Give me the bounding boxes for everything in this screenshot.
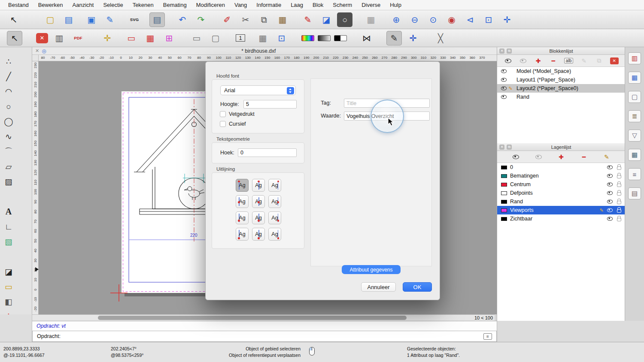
layer-visibility-icon[interactable] (607, 166, 613, 169)
panel-sheets-icon[interactable]: ▢ (628, 91, 641, 103)
viewport-grid-icon[interactable]: ▦ (143, 31, 158, 45)
panel-filter-icon[interactable]: ▽ (628, 130, 641, 142)
alignment-option[interactable]: Ag (236, 179, 249, 192)
layer-lock-icon[interactable] (617, 201, 621, 204)
save-icon[interactable]: ▣ (84, 12, 99, 27)
block-visibility-icon[interactable] (501, 78, 507, 82)
menu-item[interactable]: Laag (286, 2, 308, 8)
attribute-data-button[interactable]: Attribuut gegevens (342, 265, 401, 274)
menu-item[interactable]: Modificeren (191, 2, 230, 8)
rounded-rect-icon[interactable]: ▢ (208, 31, 223, 45)
ellipse-tool-icon[interactable]: ◯ (1, 115, 16, 129)
spacer[interactable] (1, 190, 16, 204)
menu-item[interactable]: Diverse (357, 2, 385, 8)
angle-input[interactable] (238, 148, 297, 157)
image-tool-icon[interactable]: ▧ (1, 235, 16, 249)
new-document-icon[interactable]: ▢ (43, 12, 58, 27)
panel-blocklist-icon[interactable]: ≣ (628, 110, 641, 122)
print-icon[interactable]: ▥ (52, 31, 67, 45)
show-block-icon[interactable] (504, 57, 512, 65)
layer-lock-icon[interactable] (617, 184, 621, 187)
italic-checkbox[interactable] (220, 121, 226, 127)
panel-properties-icon[interactable]: ▥ (628, 52, 641, 64)
scrollbar-thumb[interactable] (98, 316, 407, 320)
layer-visibility-icon[interactable] (607, 208, 613, 212)
solid-fill-tool-icon[interactable]: ◪ (1, 265, 16, 279)
menu-item[interactable]: Vang (230, 2, 252, 8)
measure-tool-icon[interactable]: ▭ (1, 280, 16, 294)
alignment-option[interactable]: Ag (268, 195, 281, 208)
ellipse-mode-icon[interactable]: ○ (337, 12, 352, 27)
viewport-rect-icon[interactable]: ▭ (124, 31, 139, 45)
wipeout-pen-icon[interactable]: ✐ (219, 12, 235, 27)
zoom-window-icon[interactable]: ⊡ (481, 12, 496, 27)
grid-dots-icon[interactable]: ▦ (363, 12, 379, 27)
panel-detach-icon[interactable]: ⧉ (507, 145, 512, 150)
blackwhite-bar-icon[interactable] (334, 35, 347, 41)
zoom-out-icon[interactable]: ⊖ (407, 12, 422, 27)
block-list-item[interactable]: ✎ Rand (497, 93, 625, 101)
alignment-option[interactable]: Ag (252, 179, 265, 192)
block-list-item[interactable]: ✎ Model (*Model_Space) (497, 67, 625, 75)
shape-lib-tool-icon[interactable]: ◧ (1, 295, 16, 309)
cancel-button[interactable]: Annuleer (361, 282, 396, 292)
add-layer-icon[interactable]: ✚ (557, 153, 565, 161)
alignment-option[interactable]: Ag (268, 228, 281, 241)
remove-block-icon[interactable]: ━ (549, 57, 558, 65)
color-bar-icon[interactable] (301, 35, 314, 41)
page-number-icon[interactable]: 1 (233, 31, 248, 45)
bold-checkbox[interactable] (220, 111, 226, 117)
duplicate-block-icon[interactable]: ⧉ (595, 57, 604, 65)
block-list-item[interactable]: ✎ Layout1 (*Paper_Space) (497, 75, 625, 84)
zoom-auto-icon[interactable]: ⊙ (425, 12, 441, 27)
dropdown-stepper-icon[interactable] (287, 87, 294, 94)
block-visibility-icon[interactable] (501, 87, 507, 90)
arc-tool-icon[interactable]: ◠ (1, 84, 16, 99)
menu-item[interactable]: Informatie (252, 2, 286, 8)
menu-item[interactable]: Aanzicht (68, 2, 99, 8)
layer-list-item[interactable]: Viewports ✎ (497, 206, 625, 214)
line-tool-icon[interactable]: ╱ (1, 69, 16, 84)
hide-layer-icon[interactable] (534, 153, 543, 161)
dimension-tool-icon[interactable]: ∟ (1, 220, 16, 234)
pan-icon[interactable]: ✛ (499, 12, 515, 27)
block-visibility-icon[interactable] (501, 95, 507, 99)
panel-close-icon[interactable]: ✕ (499, 48, 504, 54)
menu-item[interactable]: Hulp (385, 2, 406, 8)
layer-list-item[interactable]: Defpoints ✎ (497, 189, 625, 197)
add-point-icon[interactable]: ✛ (405, 31, 421, 45)
spline-tool-icon[interactable]: ∿ (1, 130, 16, 144)
layer-visibility-icon[interactable] (607, 217, 613, 221)
edit-block-icon[interactable]: ✎ (580, 57, 588, 65)
panel-library-icon[interactable]: ▦ (628, 72, 641, 84)
italic-option[interactable]: Cursief (220, 121, 246, 127)
text-tool-icon[interactable]: A (1, 205, 16, 219)
point-tool-icon[interactable]: ∴ (1, 54, 16, 69)
zoom-in-icon[interactable]: ⊕ (389, 12, 404, 27)
alignment-option[interactable]: Ag (252, 228, 265, 241)
copy-icon[interactable]: ⧉ (256, 12, 272, 27)
edit-layer-icon[interactable]: ✎ (602, 153, 611, 161)
layer-list-item[interactable]: 0 ✎ (497, 163, 625, 172)
alignment-option[interactable]: Ag (236, 195, 249, 208)
panel-clipboard-icon[interactable]: ▤ (628, 187, 641, 199)
draft-pen-icon[interactable]: ✎ (386, 31, 402, 45)
pan-hand-icon[interactable]: ✛ (100, 31, 115, 45)
edit-drawing-preferences-icon[interactable]: ✎ (102, 12, 118, 27)
draw-pencil-icon[interactable]: ✎ (300, 12, 316, 27)
panel-close-icon[interactable]: ✕ (499, 145, 504, 150)
alignment-option[interactable]: Ag (268, 179, 281, 192)
circle-tool-icon[interactable]: ○ (1, 100, 16, 114)
menu-item[interactable]: Selectie (98, 2, 128, 8)
add-block-icon[interactable]: ✚ (534, 57, 543, 65)
grid-icon[interactable]: ▦ (255, 31, 270, 45)
menu-item[interactable]: Tekenen (128, 2, 158, 8)
block-list-item[interactable]: ✎ Layout2 (*Paper_Space0) (497, 84, 625, 93)
paper-rect-icon[interactable]: ▭ (189, 31, 204, 45)
horizontal-scrollbar[interactable] (32, 314, 468, 321)
layer-list-item[interactable]: Centrum ✎ (497, 180, 625, 189)
pointer-tool-icon[interactable]: ↖ (7, 31, 22, 45)
layer-visibility-icon[interactable] (607, 174, 613, 178)
redo-icon[interactable]: ↷ (193, 12, 209, 27)
panel-matrix-icon[interactable]: ▦ (628, 149, 641, 161)
